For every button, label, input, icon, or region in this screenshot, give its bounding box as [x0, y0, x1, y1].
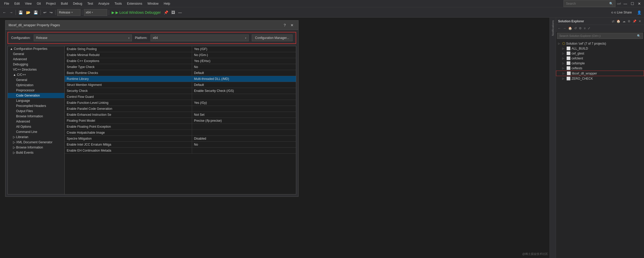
props-row-7[interactable]: Security CheckEnable Security Check (/GS…	[65, 88, 296, 94]
props-row-1[interactable]: Enable Minimal RebuildNo (/Gm-)	[65, 52, 296, 58]
tree-item-precompiled[interactable]: Precompiled Headers	[8, 103, 64, 108]
se-project-libcef_dll_wrapper[interactable]: ▷⬜libcef_dll_wrapper	[556, 71, 644, 76]
user-account-button[interactable]: 👤	[636, 9, 642, 16]
se-search-input[interactable]	[559, 34, 636, 37]
notifications-label[interactable]: Notifications	[551, 20, 554, 36]
se-close-button[interactable]: ✕	[638, 19, 642, 24]
close-window-button[interactable]: ✕	[637, 0, 642, 7]
save-button[interactable]: 💾	[32, 9, 39, 16]
user-name-display[interactable]: cef	[617, 2, 621, 5]
minimize-button[interactable]: —	[622, 0, 628, 7]
props-row-15[interactable]: Spectre MitigationDisabled	[65, 136, 296, 142]
redo-button[interactable]: ↪	[49, 9, 54, 16]
menu-window[interactable]: Window	[145, 0, 161, 7]
tree-item-cpp-advanced[interactable]: Advanced	[8, 119, 64, 124]
se-search[interactable]: 🔍	[557, 33, 643, 39]
tree-item-preprocessor[interactable]: Preprocessor	[8, 88, 64, 93]
se-pin-button[interactable]: 📌	[632, 19, 637, 24]
menu-build[interactable]: Build	[59, 0, 70, 7]
props-row-9[interactable]: Enable Function-Level LinkingYes (/Gy)	[65, 100, 296, 106]
menu-view[interactable]: View	[23, 0, 34, 7]
se-project-cefsimple[interactable]: ▷⬜cefsimple	[556, 61, 644, 66]
se-btn-1[interactable]: ⇄	[611, 19, 615, 24]
se-nav-settings[interactable]: ⚙	[578, 25, 582, 31]
tree-item-advanced[interactable]: Advanced	[8, 57, 64, 62]
tree-item-xml-doc[interactable]: ▷ XML Document Generator	[8, 140, 64, 145]
config-manager-button[interactable]: Configuration Manager...	[252, 35, 293, 41]
tree-item-librarian[interactable]: ▷ Librarian	[8, 134, 64, 140]
se-nav-back[interactable]: ←	[557, 25, 562, 31]
tree-item-all-options[interactable]: All Options	[8, 124, 64, 129]
config-selector[interactable]: Release ▾	[57, 9, 80, 16]
props-row-14[interactable]: Create Hotpatchable Image	[65, 130, 296, 136]
tree-item-command-line[interactable]: Command Line	[8, 129, 64, 134]
menu-analyze[interactable]: Analyze	[96, 0, 112, 7]
menu-tools[interactable]: Tools	[112, 0, 124, 7]
dialog-close-button[interactable]: ✕	[289, 22, 295, 28]
props-row-13[interactable]: Enable Floating Point Exception	[65, 124, 296, 130]
se-project-ALL_BUILD[interactable]: ▷⬜ALL_BUILD	[556, 46, 644, 51]
props-row-10[interactable]: Enable Parallel Code Generation	[65, 106, 296, 112]
se-nav-sync[interactable]: ↺	[573, 25, 578, 31]
tree-item-cpp-general[interactable]: General	[8, 77, 64, 83]
save-all-button[interactable]: 💾	[17, 9, 24, 16]
menu-git[interactable]: Git	[35, 0, 43, 7]
run-debugger-button[interactable]: ▶ ▶ Local Windows Debugger	[111, 10, 162, 15]
props-row-12[interactable]: Floating Point ModelPrecise (/fp:precise…	[65, 118, 296, 124]
toolbar-icon-2[interactable]: 🖼	[170, 9, 176, 16]
se-btn-3[interactable]: ☁	[622, 19, 626, 24]
tree-item-cpp[interactable]: ▲ C/C++	[8, 72, 64, 77]
platform-value-dropdown[interactable]: x64 ▾	[151, 35, 249, 41]
se-project-cef_gtest[interactable]: ▷⬜cef_gtest	[556, 51, 644, 56]
props-row-11[interactable]: Enable Enhanced Instruction SeNot Set	[65, 112, 296, 118]
open-button[interactable]: 📂	[25, 9, 31, 16]
tree-item-code-gen[interactable]: Code Generation	[8, 93, 64, 98]
se-solution-item[interactable]: ▷ ⬡ Solution 'cef' (7 of 7 projects)	[556, 41, 644, 46]
undo-button[interactable]: ↩	[42, 9, 48, 16]
se-nav-forward[interactable]: →	[562, 25, 567, 31]
tree-item-language[interactable]: Language	[8, 98, 64, 103]
props-row-5[interactable]: Runtime LibraryMulti-threaded DLL (/MD)	[65, 76, 296, 82]
menu-debug[interactable]: Debug	[71, 0, 84, 7]
tree-item-output-files[interactable]: Output Files	[8, 108, 64, 114]
maximize-button[interactable]: ☐	[630, 0, 635, 7]
forward-button[interactable]: →	[8, 9, 14, 16]
se-btn-2[interactable]: 🏠	[616, 19, 621, 24]
props-row-8[interactable]: Control Flow Guard	[65, 94, 296, 100]
tree-item-debugging[interactable]: Debugging	[8, 62, 64, 67]
menu-help[interactable]: Help	[162, 0, 172, 7]
se-nav-expand[interactable]: ⤢	[587, 25, 591, 31]
se-btn-4[interactable]: ⚙	[627, 19, 631, 24]
toolbar-icon-1[interactable]: 📌	[163, 9, 169, 16]
se-nav-filter[interactable]: ≡	[583, 25, 586, 31]
props-row-6[interactable]: Struct Member AlignmentDefault	[65, 82, 296, 88]
menu-extensions[interactable]: Extensions	[125, 0, 144, 7]
toolbar-icon-3[interactable]: —	[177, 9, 183, 16]
se-project-ceftests[interactable]: ▷⬜ceftests	[556, 66, 644, 71]
menu-test[interactable]: Test	[85, 0, 95, 7]
tree-item-general[interactable]: General	[8, 51, 64, 57]
dialog-help-button[interactable]: ?	[282, 22, 288, 28]
props-row-16[interactable]: Enable Intel JCC Erratum MitigaNo	[65, 142, 296, 148]
tree-item-browse-info-top[interactable]: ▷ Browse Information	[8, 145, 64, 150]
main-search-box[interactable]: 🔍	[564, 0, 615, 7]
tree-item-vc-dirs[interactable]: VC++ Directories	[8, 67, 64, 72]
props-row-2[interactable]: Enable C++ ExceptionsYes (/EHsc)	[65, 58, 296, 64]
se-nav-home[interactable]: 🏠	[567, 25, 573, 31]
config-value-dropdown[interactable]: Release ▾	[34, 35, 132, 41]
live-share-button[interactable]: ⎋ ⎋ Live Share	[609, 10, 634, 15]
menu-project[interactable]: Project	[44, 0, 58, 7]
platform-selector[interactable]: x64 ▾	[84, 9, 107, 16]
se-project-ZERO_CHECK[interactable]: ▷⬜ZERO_CHECK	[556, 76, 644, 81]
main-search-input[interactable]	[566, 2, 608, 5]
props-row-3[interactable]: Smaller Type CheckNo	[65, 64, 296, 70]
props-row-0[interactable]: Enable String PoolingYes (/GF)	[65, 46, 296, 52]
tree-item-optimization[interactable]: Optimization	[8, 83, 64, 88]
tree-item-config-props[interactable]: ▲ Configuration Properties	[8, 46, 64, 51]
props-row-4[interactable]: Basic Runtime ChecksDefault	[65, 70, 296, 76]
tree-item-browse-info[interactable]: Browse Information	[8, 114, 64, 119]
props-row-17[interactable]: Enable EH Continuation Metada	[65, 148, 296, 154]
back-button[interactable]: ←	[2, 9, 7, 16]
menu-edit[interactable]: Edit	[12, 0, 22, 7]
tree-item-build-events[interactable]: ▷ Build Events	[8, 150, 64, 155]
